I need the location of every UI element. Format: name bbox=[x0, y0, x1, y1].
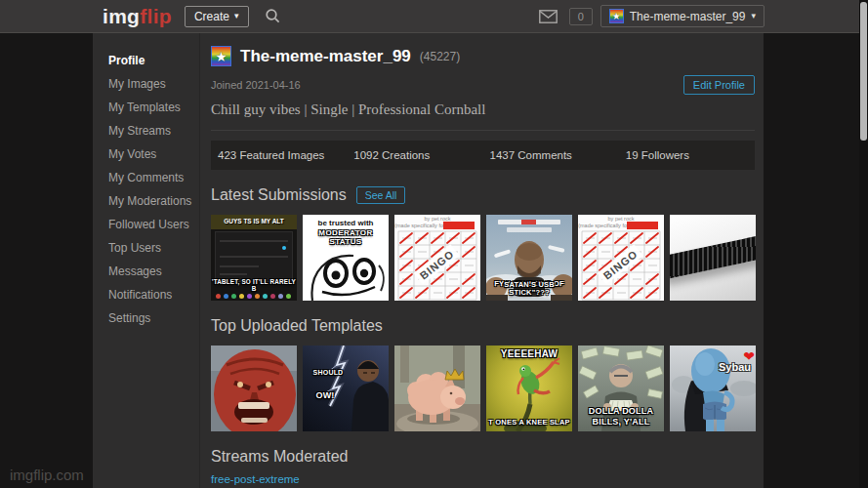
submission-thumb-alt-screenshot[interactable]: GUYS TS IS MY ALT 'TABLET, SO IT'LL RARE… bbox=[211, 215, 297, 301]
user-menu[interactable]: ★ The-meme-master_99 ▾ bbox=[600, 5, 765, 27]
submission-thumb-black-tube[interactable] bbox=[670, 215, 756, 301]
sidebar-item-my-streams[interactable]: My Streams bbox=[108, 119, 199, 142]
sidebar-item-profile[interactable]: Profile bbox=[108, 49, 199, 72]
stat-followers: 19 Followers bbox=[619, 149, 755, 161]
svg-text:by pet rock: by pet rock bbox=[608, 216, 635, 222]
imgflip-profile-page: imgflip Create ▾ 0 ★ The-meme-master_99 … bbox=[0, 0, 868, 488]
scrollbar-thumb[interactable] bbox=[860, 2, 867, 141]
template-thumb-sybau[interactable]: Sybau ❤ bbox=[670, 346, 756, 431]
notification-count[interactable]: 0 bbox=[569, 8, 593, 25]
template-thumb-lightning-guy[interactable]: SHOULD OW! bbox=[303, 346, 389, 431]
stat-creations: 1092 Creations bbox=[347, 149, 482, 161]
avatar-dots-row bbox=[216, 294, 294, 299]
star-icon: ★ bbox=[215, 50, 227, 63]
latest-submissions-row: GUYS TS IS MY ALT 'TABLET, SO IT'LL RARE… bbox=[211, 215, 755, 301]
meme-text-line1: DOLLA DOLLA bbox=[578, 406, 664, 416]
profile-avatar: ★ bbox=[211, 46, 231, 66]
sidebar-item-my-comments[interactable]: My Comments bbox=[108, 166, 199, 189]
create-button[interactable]: Create ▾ bbox=[185, 6, 249, 27]
edit-profile-button[interactable]: Edit Profile bbox=[683, 75, 755, 95]
user-menu-username: The-meme-master_99 bbox=[630, 10, 746, 23]
submission-thumb-bingo-card[interactable]: by pet rock (made specifically for BINGO bbox=[394, 215, 480, 301]
submission-thumb-moderator-status[interactable]: be trusted with MODERATOR STATUS bbox=[303, 215, 389, 301]
sidebar-item-notifications[interactable]: Notifications bbox=[108, 283, 199, 306]
streams-moderated-header: Streams Moderated bbox=[211, 448, 755, 466]
red-hulk-drawing bbox=[211, 346, 297, 431]
goofy-face-drawing bbox=[303, 246, 389, 301]
profile-username: The-meme-master_99 bbox=[240, 47, 411, 66]
page-content: Profile My Images My Templates My Stream… bbox=[93, 33, 764, 488]
bingo-card-drawing: by pet rock (made specifically for BINGO bbox=[394, 215, 480, 301]
create-button-label: Create bbox=[194, 10, 229, 23]
stream-link-free-post-extreme[interactable]: free-post-extreme bbox=[211, 473, 755, 485]
streams-moderated-title: Streams Moderated bbox=[211, 448, 349, 466]
sidebar-item-settings[interactable]: Settings bbox=[108, 306, 199, 330]
logo-text-img: img bbox=[103, 5, 140, 27]
meme-top-text: GUYS TS IS MY ALT bbox=[211, 215, 297, 229]
meme-bottom-text: T ONES A KNEE SLAP bbox=[486, 419, 572, 427]
stat-featured-images: 423 Featured Images bbox=[211, 149, 347, 161]
imgflip-watermark: imgflip.com bbox=[10, 467, 84, 483]
sidebar-item-top-users[interactable]: Top Users bbox=[108, 236, 199, 260]
meme-text-line2: BILLS, Y'ALL bbox=[578, 417, 664, 427]
top-templates-row: SHOULD OW! bbox=[211, 346, 755, 431]
joined-row: Joined 2021-04-16 Edit Profile bbox=[211, 75, 755, 95]
streams-links: free-post-extreme nobrainrot bbox=[211, 473, 755, 488]
sidebar-item-my-moderations[interactable]: My Moderations bbox=[108, 189, 199, 213]
user-avatar: ★ bbox=[609, 9, 624, 23]
submission-thumb-bingo-card-2[interactable]: by pet rock (made specifically for BINGO bbox=[578, 215, 664, 301]
sidebar-item-my-images[interactable]: My Images bbox=[108, 72, 199, 96]
caret-down-icon: ▾ bbox=[234, 12, 239, 20]
profile-header: ★ The-meme-master_99 (45227) bbox=[211, 46, 755, 66]
sidebar-item-messages[interactable]: Messages bbox=[108, 260, 199, 283]
latest-submissions-title: Latest Submissions bbox=[211, 186, 347, 204]
top-templates-title: Top Uploaded Templates bbox=[211, 317, 383, 335]
caret-down-icon: ▾ bbox=[751, 12, 756, 20]
template-thumb-dolla-bills[interactable]: DOLLA DOLLA BILLS, Y'ALL bbox=[578, 346, 664, 431]
sidebar-item-my-templates[interactable]: My Templates bbox=[108, 96, 199, 119]
meme-text-line2: MODERATOR STATUS bbox=[303, 228, 389, 246]
svg-text:(made specifically for: (made specifically for bbox=[578, 223, 629, 228]
template-thumb-red-hulk[interactable] bbox=[211, 346, 297, 431]
profile-tagline: Chill guy vibes | Single | Professional … bbox=[211, 102, 755, 131]
latest-submissions-header: Latest Submissions See All bbox=[211, 186, 755, 204]
stat-comments: 1437 Comments bbox=[483, 149, 619, 161]
crowned-pig-drawing bbox=[394, 346, 480, 431]
template-thumb-knee-slap-frog[interactable]: YEEEEHAW T ONES A KNEE SLAP bbox=[486, 346, 572, 431]
svg-text:by pet rock: by pet rock bbox=[425, 216, 451, 222]
heart-icon: ❤ bbox=[743, 349, 755, 363]
sidebar: Profile My Images My Templates My Stream… bbox=[93, 33, 200, 488]
star-icon: ★ bbox=[612, 12, 621, 21]
messages-envelope-icon[interactable] bbox=[539, 10, 558, 23]
joined-date: Joined 2021-04-16 bbox=[211, 79, 301, 91]
meme-text-ow: OW! bbox=[303, 390, 348, 400]
meme-bottom-text: 'TABLET, SO IT'LL RARELY B bbox=[211, 278, 297, 292]
bingo-card-drawing: by pet rock (made specifically for BINGO bbox=[578, 215, 664, 301]
top-navbar: imgflip Create ▾ 0 ★ The-meme-master_99 … bbox=[0, 0, 868, 33]
profile-points: (45227) bbox=[420, 50, 460, 63]
see-all-button[interactable]: See All bbox=[356, 186, 406, 204]
meme-text-should: SHOULD bbox=[303, 369, 353, 377]
screenshot-panel bbox=[215, 231, 293, 282]
corrugated-tube-drawing bbox=[670, 233, 756, 281]
submission-thumb-usb-stick-meme[interactable]: FYM "SUCKING OF SATAN'S USB STICK"??? bbox=[486, 215, 572, 301]
profile-main: ★ The-meme-master_99 (45227) Joined 2021… bbox=[200, 33, 764, 488]
top-caption-bar-2 bbox=[507, 227, 552, 232]
search-icon[interactable] bbox=[265, 8, 281, 24]
meme-bottom-text-line2: SATAN'S USB STICK"??? bbox=[486, 281, 572, 298]
scrollbar[interactable] bbox=[859, 0, 868, 488]
sidebar-item-followed-users[interactable]: Followed Users bbox=[108, 213, 199, 236]
top-caption-bar bbox=[498, 220, 560, 224]
meme-top-text: YEEEEHAW bbox=[486, 348, 572, 360]
profile-stats-bar: 423 Featured Images 1092 Creations 1437 … bbox=[211, 141, 755, 170]
lightning-man-drawing bbox=[303, 346, 389, 431]
sidebar-item-my-votes[interactable]: My Votes bbox=[108, 142, 199, 166]
top-templates-header: Top Uploaded Templates bbox=[211, 317, 755, 335]
template-thumb-crowned-pig[interactable] bbox=[394, 346, 480, 431]
logo-text-flip: flip bbox=[140, 5, 172, 27]
meme-text-line1: be trusted with bbox=[303, 219, 389, 227]
svg-text:(made specifically for: (made specifically for bbox=[394, 223, 445, 228]
imgflip-logo[interactable]: imgflip bbox=[103, 6, 172, 26]
